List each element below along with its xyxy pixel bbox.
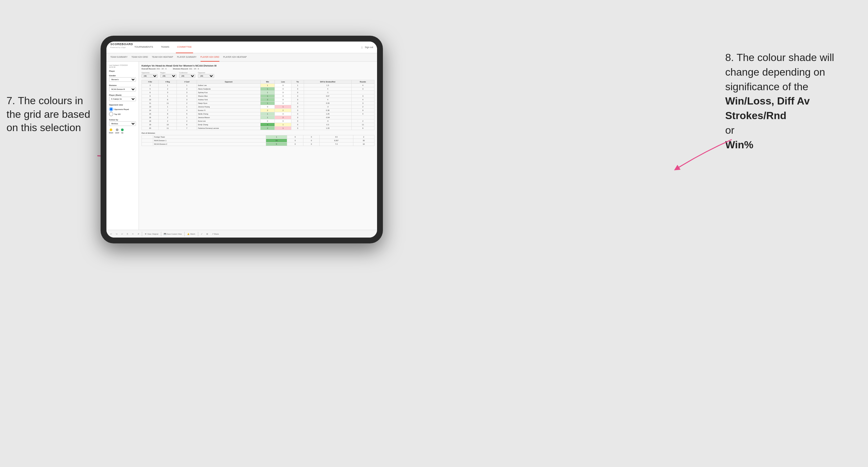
region-select[interactable]: (All) (160, 74, 177, 78)
redo2-btn[interactable]: ↩ (120, 232, 124, 236)
cell-diff: -0.94 (304, 116, 352, 119)
cell-ood-loss: 0 (287, 135, 303, 139)
cell-reg: 6 (158, 98, 177, 101)
nav-teams[interactable]: TEAMS (160, 41, 171, 53)
cell-loss: 0 (275, 94, 291, 98)
cell-loss: 0 (275, 112, 291, 116)
cell-reg: 2 (158, 116, 177, 119)
conference-select[interactable]: (All) (179, 74, 195, 78)
cell-diff: -1 (304, 91, 352, 94)
cell-win: 0 (260, 105, 275, 109)
cell-win: 1 (260, 112, 275, 116)
redo-btn[interactable]: ↪ (115, 232, 119, 236)
division-select[interactable]: NCAA Division III (109, 87, 136, 92)
cell-ood-diff: 7.4 (320, 143, 353, 146)
cell-rounds: 11 (351, 123, 374, 127)
cell-tie: 0 (291, 116, 304, 119)
nav-tournaments[interactable]: TOURNAMENTS (133, 41, 154, 53)
table-row: 3 1 1 Esther Lee 1 0 1 1.5 4 (142, 84, 374, 87)
cell-tie: 0 (291, 119, 304, 123)
col-opponent: Opponent (197, 80, 260, 84)
cut-btn[interactable]: ✂ (131, 232, 135, 236)
cell-rounds: 4 (351, 112, 374, 116)
sign-out-link[interactable]: Sign out (365, 46, 373, 49)
cell-conf: 1 (177, 116, 197, 119)
cell-div: 11 (142, 101, 159, 105)
cell-opponent: Federica Domecq Lacroze (197, 127, 260, 130)
nav-committee[interactable]: COMMITTEE (176, 41, 193, 53)
opponent-filter: Opponent (All) (198, 72, 214, 78)
grid-btn[interactable]: ⊞ (205, 232, 209, 236)
table-row: 10 6 3 Andrea York 2 0 0 4 4 (142, 98, 374, 101)
cell-win: 0 (260, 119, 275, 123)
legend-down: Down (109, 128, 113, 134)
gender-select[interactable]: Women's (109, 77, 136, 82)
cell-conf: 5 (177, 112, 197, 116)
share-btn[interactable]: ↗ Share (211, 232, 220, 236)
region-filter: Region (All) (160, 72, 177, 78)
radio-top-100[interactable]: Top 100 (109, 112, 136, 116)
cell-opponent: Euna Lee (197, 119, 260, 123)
expand-btn[interactable]: ⤢ (199, 232, 204, 236)
watch-btn[interactable]: 🔔 Watch (186, 232, 196, 236)
out-of-division-table: Foreign Team 1 0 0 4.5 2 NAIA Division 1… (142, 135, 374, 146)
refresh-btn[interactable]: ↺ (136, 232, 141, 236)
cell-div: 14 (142, 109, 159, 112)
col-reg: # Reg (158, 80, 177, 84)
view-original-btn[interactable]: 👁 View: Original (144, 232, 160, 236)
cell-div: 9 (142, 94, 159, 98)
cell-reg: 1 (158, 94, 177, 98)
cell-loss: 2 (275, 109, 291, 112)
col-win: Win (260, 80, 275, 84)
opponents-select[interactable]: (All) (142, 74, 158, 78)
main-nav: TOURNAMENTS TEAMS COMMITTEE (133, 41, 362, 53)
cell-tie: 0 (291, 127, 304, 130)
cell-loss: 0 (275, 119, 291, 123)
cell-reg: 2 (158, 87, 177, 91)
tablet-frame: SCOREBOARDPowered by clippi TOURNAMENTS … (101, 36, 383, 243)
cell-reg: 1 (158, 105, 177, 109)
subnav-team-summary[interactable]: TEAM SUMMARY (110, 53, 127, 62)
col-rounds: Rounds (351, 80, 374, 84)
out-of-division-header: Out of division (142, 132, 374, 134)
col-diff: Diff Av Strokes/Rnd (304, 80, 352, 84)
cell-reg: 3 (158, 91, 177, 94)
subnav-player-summary[interactable]: PLAYER SUMMARY (177, 53, 197, 62)
separator1 (142, 232, 142, 236)
cell-loss: 1 (275, 123, 291, 127)
cell-tie: 0 (291, 91, 304, 94)
cell-conf: 1 (177, 84, 197, 87)
cell-diff: 3.67 (304, 94, 352, 98)
cell-win: 1 (260, 84, 275, 87)
cell-tie: 0 (291, 94, 304, 98)
cell-opponent: Alexis Sudjianto (197, 87, 260, 91)
legend-level: Level (115, 128, 119, 134)
logo: SCOREBOARDPowered by clippi (110, 41, 133, 54)
cell-loss: 1 (275, 127, 291, 130)
subnav-player-h2h-heatmap[interactable]: PLAYER H2H HEATMAP (223, 53, 247, 62)
opponent-view-section: Opponent view Opponents Played Top 100 (109, 104, 136, 116)
copy-btn[interactable]: ⎘ (126, 232, 129, 236)
opponent-select[interactable]: (All) (198, 74, 214, 78)
cell-ood-rounds: 2 (353, 135, 374, 139)
subnav-player-h2h-grid[interactable]: PLAYER H2H GRID (200, 53, 219, 62)
radio-opponents-played[interactable]: Opponents Played (109, 107, 136, 111)
cell-ood-tie: 0 (303, 135, 320, 139)
undo-btn[interactable]: ↩ (109, 232, 113, 236)
cell-diff: 3.33 (304, 101, 352, 105)
cell-div: 3 (142, 84, 159, 87)
cell-ood-tie: 0 (303, 143, 320, 146)
table-row: 6 3 3 Sydney Kuo 1 0 0 -1 (142, 91, 374, 94)
subnav-team-h2h-heatmap[interactable]: TEAM H2H HEATMAP (152, 53, 173, 62)
subnav-team-h2h-grid[interactable]: TEAM H2H GRID (131, 53, 148, 62)
cell-div: 13 (142, 105, 159, 109)
player-rank-select[interactable]: 8. Katelyn Vo (109, 97, 136, 101)
share-icon: ↗ (212, 233, 214, 235)
bottom-toolbar: ↩ ↪ ↩ ⎘ ✂ ↺ 👁 View: Original 💾 Save Cust… (106, 230, 377, 238)
colour-by-select[interactable]: Win/loss (109, 121, 136, 126)
col-div: # Div (142, 80, 159, 84)
save-custom-view-btn[interactable]: 💾 Save Custom View (162, 232, 183, 236)
cell-reg: 7 (158, 109, 177, 112)
table-row: 9 1 4 Sharon Mun 1 0 0 3.67 3 (142, 94, 374, 98)
grid-subtitle: Overall Record: 353 - 34 - 6 Division Re… (142, 68, 374, 70)
